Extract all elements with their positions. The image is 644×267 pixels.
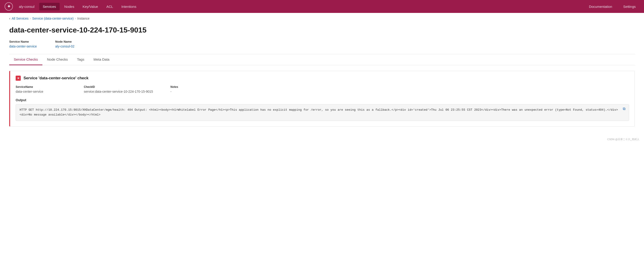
service-name-label: Service Name xyxy=(9,40,37,43)
tabs: Service Checks Node Checks Tags Meta Dat… xyxy=(9,54,635,65)
breadcrumb-sep-2: › xyxy=(75,17,76,20)
nav-item-intentions[interactable]: Intentions xyxy=(118,3,140,10)
tab-node-checks[interactable]: Node Checks xyxy=(42,54,72,65)
node-name-group: Node Name aly-consul-02 xyxy=(55,40,74,48)
check-header: ✕ Service 'data-center-service' check xyxy=(16,76,629,81)
output-text: HTTP GET http://10.224.170.15:9015/XHDat… xyxy=(20,108,618,116)
nav-item-nodes[interactable]: Nodes xyxy=(60,3,78,10)
detail-check-id: CheckID service:data-center-service-10-2… xyxy=(84,85,167,94)
breadcrumb-instance: Instance xyxy=(78,17,90,20)
node-name-link[interactable]: aly-consul-02 xyxy=(55,45,74,48)
nav-item-services[interactable]: Services xyxy=(39,3,60,10)
tab-tags[interactable]: Tags xyxy=(72,54,89,65)
notes-label: Notes xyxy=(170,85,629,89)
nav-item-brand[interactable]: aly-consul xyxy=(15,3,38,10)
service-name-detail-label: ServiceName xyxy=(16,85,80,89)
breadcrumb-all-services[interactable]: All Services xyxy=(12,17,28,20)
breadcrumb-sep-1: › xyxy=(30,17,31,20)
detail-notes: Notes - xyxy=(170,85,629,94)
detail-service-name: ServiceName data-center-service xyxy=(16,85,80,94)
tab-service-checks[interactable]: Service Checks xyxy=(9,54,42,65)
status-error-icon: ✕ xyxy=(16,76,21,81)
nav-item-acl[interactable]: ACL xyxy=(103,3,117,10)
navbar-nav: aly-consul Services Nodes Key/Value ACL … xyxy=(15,3,585,10)
output-section: Output HTTP GET http://10.224.170.15:901… xyxy=(16,98,629,121)
navbar-brand: ✦ xyxy=(4,2,13,11)
breadcrumb-service[interactable]: Service (data-center-service) xyxy=(32,17,74,20)
breadcrumb-sep-left: ‹ xyxy=(9,17,10,20)
copy-icon[interactable]: ⧉ xyxy=(622,107,626,112)
consul-logo-icon: ✦ xyxy=(4,2,13,11)
output-label: Output xyxy=(16,98,629,102)
navbar: ✦ aly-consul Services Nodes Key/Value AC… xyxy=(0,0,644,13)
check-card: ✕ Service 'data-center-service' check Se… xyxy=(9,71,635,127)
check-id-value: service:data-center-service-10-224-170-1… xyxy=(84,90,153,93)
check-details: ServiceName data-center-service CheckID … xyxy=(16,85,629,94)
breadcrumb: ‹ All Services › Service (data-center-se… xyxy=(0,13,644,22)
check-id-label: CheckID xyxy=(84,85,167,89)
output-box: HTTP GET http://10.224.170.15:9015/XHDat… xyxy=(16,104,629,121)
service-name-detail-value: data-center-service xyxy=(16,90,43,93)
service-name-group: Service Name data-center-service xyxy=(9,40,37,48)
footer-watermark: CSDN @天草二十六_简村人 xyxy=(0,136,644,143)
notes-value: - xyxy=(170,90,172,93)
navbar-right: Documentation Settings xyxy=(585,3,640,10)
tab-meta-data[interactable]: Meta Data xyxy=(89,54,114,65)
info-section: Service Name data-center-service Node Na… xyxy=(9,40,635,54)
node-name-label: Node Name xyxy=(55,40,74,43)
nav-item-documentation[interactable]: Documentation xyxy=(585,3,616,10)
nav-item-settings[interactable]: Settings xyxy=(620,3,640,10)
service-name-link[interactable]: data-center-service xyxy=(9,45,37,48)
page-content: data-center-service-10-224-170-15-9015 S… xyxy=(0,22,644,136)
nav-item-keyvalue[interactable]: Key/Value xyxy=(79,3,102,10)
page-title: data-center-service-10-224-170-15-9015 xyxy=(9,26,635,34)
check-title: Service 'data-center-service' check xyxy=(24,76,88,81)
